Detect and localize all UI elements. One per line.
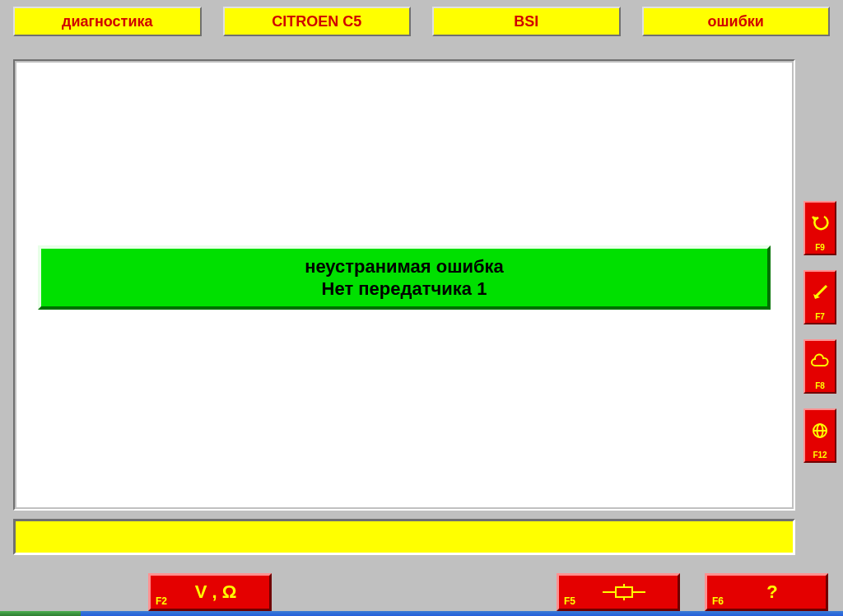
bottom-function-keys: F2 V , Ω F5 F6 ? xyxy=(0,573,843,613)
main-panel: неустранимая ошибка Нет передатчика 1 xyxy=(16,63,792,507)
main-panel-frame: неустранимая ошибка Нет передатчика 1 xyxy=(13,59,795,511)
help-icon: ? xyxy=(724,577,821,607)
svg-rect-5 xyxy=(616,587,632,597)
breadcrumb-diagnostics[interactable]: диагностика xyxy=(13,7,202,36)
fault-description: Нет передатчика 1 xyxy=(322,278,487,301)
fault-status: неустранимая ошибка xyxy=(305,255,504,278)
app-root: диагностика CITROEN C5 BSI ошибки неустр… xyxy=(0,0,843,616)
fkey-label: F6 xyxy=(712,595,724,607)
f5-button[interactable]: F5 xyxy=(557,573,680,611)
fkey-label: F12 xyxy=(813,450,827,460)
side-function-keys: F9 F7 F8 xyxy=(803,201,836,463)
os-taskbar xyxy=(0,611,843,616)
status-bar xyxy=(13,519,795,555)
globe-icon xyxy=(805,410,835,450)
fkey-label: F8 xyxy=(815,381,825,390)
fault-entry[interactable]: неустранимая ошибка Нет передатчика 1 xyxy=(38,245,771,310)
fkey-label: F9 xyxy=(815,243,825,252)
f8-button[interactable]: F8 xyxy=(803,339,836,394)
breadcrumb-model[interactable]: CITROEN C5 xyxy=(223,7,412,36)
breadcrumb-faults[interactable]: ошибки xyxy=(642,7,831,36)
pointer-icon xyxy=(805,272,835,312)
fkey-label: F2 xyxy=(156,595,167,607)
f12-button[interactable]: F12 xyxy=(803,408,836,463)
f2-button[interactable]: F2 V , Ω xyxy=(148,573,272,611)
cloud-icon xyxy=(805,341,835,381)
f6-button[interactable]: F6 ? xyxy=(705,573,828,611)
breadcrumb-module[interactable]: BSI xyxy=(432,7,621,36)
svg-line-0 xyxy=(815,286,827,297)
breadcrumb: диагностика CITROEN C5 BSI ошибки xyxy=(13,7,830,36)
f9-button[interactable]: F9 xyxy=(803,201,836,255)
undo-icon xyxy=(805,203,835,243)
fkey-label: F5 xyxy=(564,595,575,607)
component-icon xyxy=(575,577,673,607)
f7-button[interactable]: F7 xyxy=(803,270,836,324)
fkey-label: F7 xyxy=(815,312,825,321)
multimeter-icon: V , Ω xyxy=(167,577,264,607)
start-button[interactable] xyxy=(0,611,81,616)
